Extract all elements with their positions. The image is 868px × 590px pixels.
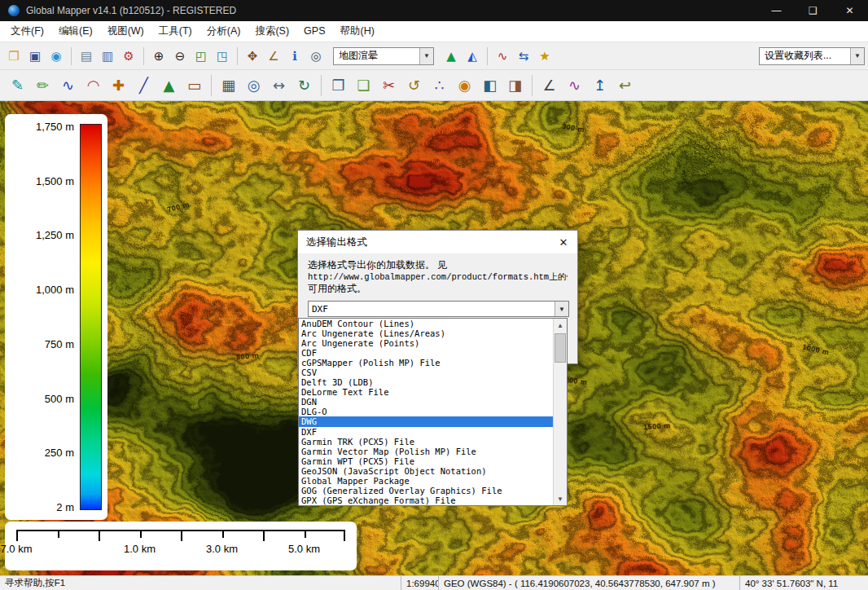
pan-hand-icon[interactable]: ✥	[242, 46, 263, 67]
split-features-icon[interactable]: ◨	[502, 73, 528, 98]
list-scrollbar[interactable]: ▲ ▼	[553, 319, 567, 505]
image-swipe-icon[interactable]: ⇆	[513, 46, 534, 67]
path-profile-icon[interactable]: ∿	[492, 46, 513, 67]
zoom-window-icon[interactable]: ◳	[212, 46, 233, 67]
format-list-item[interactable]: CSV	[299, 368, 553, 377]
create-point-icon[interactable]: ✚	[106, 73, 131, 98]
combine-areas-icon[interactable]: ◧	[477, 73, 502, 98]
full-view-icon[interactable]: ◰	[191, 46, 212, 67]
format-list-item[interactable]: Delft 3D (LDB)	[299, 377, 553, 387]
create-spline-icon[interactable]: ∿	[55, 73, 81, 98]
format-list-item[interactable]: DWG	[299, 416, 553, 426]
snap-toggle-icon[interactable]: ◉	[452, 73, 477, 98]
menu-item[interactable]: 文件(F)	[3, 21, 51, 42]
menu-item[interactable]: 工具(T)	[151, 21, 199, 42]
close-button[interactable]: ✕	[831, 0, 868, 21]
favorite-views-icon[interactable]: ★	[534, 46, 555, 67]
map-display-type-combo[interactable]: 地图渲晕 ▼	[333, 47, 434, 65]
menu-item[interactable]: 搜索(S)	[248, 21, 296, 42]
open-data-icon[interactable]: ❐	[3, 46, 24, 67]
chevron-down-icon[interactable]: ▼	[850, 48, 864, 64]
format-list-item[interactable]: Arc Ungenerate (Points)	[299, 338, 553, 348]
configuration-icon[interactable]: ⚙	[118, 46, 139, 67]
menu-item[interactable]: 编辑(E)	[51, 21, 100, 42]
icon-glyph: ⊕	[154, 49, 164, 64]
icon-glyph: ✥	[248, 49, 258, 64]
zoom-in-icon[interactable]: ⊕	[148, 46, 169, 67]
measure-tool-icon[interactable]: ∠	[263, 46, 284, 67]
format-list-item[interactable]: GeoJSON (JavaScript Object Notation)	[299, 466, 553, 476]
download-online-data-icon[interactable]: ◉	[46, 46, 67, 67]
digitizer-tool-icon[interactable]: ✎	[5, 73, 30, 98]
move-feature-icon[interactable]: ↔	[266, 73, 292, 98]
dialog-titlebar: 选择输出格式 ✕	[298, 231, 577, 253]
format-list-item[interactable]: DGN	[299, 397, 553, 407]
create-range-rings-icon[interactable]: ◎	[241, 73, 266, 98]
menu-item[interactable]: GPS	[296, 21, 332, 42]
format-list-item[interactable]: CDF	[299, 348, 553, 358]
feature-info-icon[interactable]: ℹ	[284, 46, 305, 67]
format-list-item[interactable]: GOG (Generalized Overlay Graphics) File	[299, 486, 553, 495]
search-binoculars-icon[interactable]: ◎	[305, 46, 327, 67]
format-list-item[interactable]: Garmin TRK (PCX5) File	[299, 437, 553, 447]
menu-item[interactable]: 帮助(H)	[332, 21, 381, 42]
format-list-item[interactable]: GPX (GPS eXchange Format) File	[299, 495, 553, 505]
format-list-item[interactable]: Garmin Vector Map (Polish MP) File	[299, 447, 553, 456]
vertex-edit-icon[interactable]: ∴	[427, 73, 452, 98]
icon-glyph: ❐	[8, 49, 19, 64]
copy-feature-icon[interactable]: ❐	[326, 73, 351, 98]
create-grid-icon[interactable]: ▦	[216, 73, 241, 98]
window-title: Global Mapper v14.1 (b120512) - REGISTER…	[26, 5, 236, 16]
format-list-item[interactable]: DXF	[299, 427, 553, 437]
icon-glyph: ◠	[87, 77, 100, 94]
revert-edits-icon[interactable]: ↩	[612, 73, 638, 98]
map-display-type-value: 地图渲晕	[334, 49, 419, 63]
favorites-list-combo[interactable]: 设置收藏列表... ▼	[759, 47, 865, 65]
format-list: AnuDEM Contour (Lines)Arc Ungenerate (Li…	[299, 319, 553, 505]
digitizer-shape-group: ▦◎↔↻	[216, 73, 317, 98]
format-list-item[interactable]: DLG-O	[299, 407, 553, 416]
view-3d-icon[interactable]: ◭	[462, 46, 483, 67]
terrain-shader-icon[interactable]: ▲	[441, 46, 462, 67]
icon-glyph: ⚙	[123, 49, 134, 64]
icon-glyph: ∿	[62, 77, 74, 94]
edit-feature-icon[interactable]: ✏	[30, 73, 55, 98]
paste-feature-icon[interactable]: ❏	[351, 73, 376, 98]
menu-item[interactable]: 分析(A)	[199, 21, 248, 42]
format-list-item[interactable]: cGPSMapper (Polish MP) File	[299, 358, 553, 368]
create-rectangle-icon[interactable]: ▭	[182, 73, 207, 98]
format-list-item[interactable]: AnuDEM Contour (Lines)	[299, 319, 553, 328]
measure-digitizer-icon[interactable]: ∠	[537, 73, 562, 98]
create-arc-icon[interactable]: ◠	[81, 73, 106, 98]
format-list-item[interactable]: DeLorme Text File	[299, 387, 553, 397]
minimize-button[interactable]: —	[758, 0, 795, 21]
undo-edit-icon[interactable]: ↺	[401, 73, 427, 98]
chevron-down-icon[interactable]: ▼	[555, 302, 568, 316]
create-line-icon[interactable]: ╱	[131, 73, 156, 98]
format-combobox[interactable]: DXF ▼	[308, 301, 569, 317]
chevron-down-icon[interactable]: ▼	[419, 48, 433, 64]
icon-glyph: ⊖	[175, 49, 186, 64]
delete-feature-icon[interactable]: ✂	[376, 73, 401, 98]
rotate-feature-icon[interactable]: ↻	[292, 73, 317, 98]
export-selected-icon[interactable]: ↥	[587, 73, 612, 98]
dialog-close-icon[interactable]: ✕	[550, 231, 577, 253]
overlay-control-center-icon[interactable]: ▤	[76, 46, 97, 67]
map-catalog-icon[interactable]: ▥	[97, 46, 118, 67]
menu-item[interactable]: 视图(W)	[100, 21, 151, 42]
format-list-item[interactable]: Global Mapper Package	[299, 476, 553, 486]
icon-glyph: ❐	[331, 77, 344, 94]
scroll-down-icon[interactable]: ▼	[554, 492, 567, 505]
zoom-out-icon[interactable]: ⊖	[169, 46, 191, 67]
maximize-button[interactable]: ❑	[795, 0, 831, 21]
save-workspace-icon[interactable]: ▣	[24, 46, 46, 67]
dialog-title: 选择输出格式	[306, 236, 367, 249]
profile-digitizer-icon[interactable]: ∿	[562, 73, 587, 98]
scroll-thumb[interactable]	[555, 333, 566, 363]
create-area-icon[interactable]: ▲	[156, 73, 182, 98]
format-list-item[interactable]: Arc Ungenerate (Lines/Areas)	[299, 328, 553, 338]
scale-label: 3.0 km	[206, 543, 238, 555]
format-list-item[interactable]: Garmin WPT (PCX5) File	[299, 456, 553, 466]
scroll-up-icon[interactable]: ▲	[554, 319, 567, 332]
status-map-scale: 1:69940	[401, 576, 438, 590]
